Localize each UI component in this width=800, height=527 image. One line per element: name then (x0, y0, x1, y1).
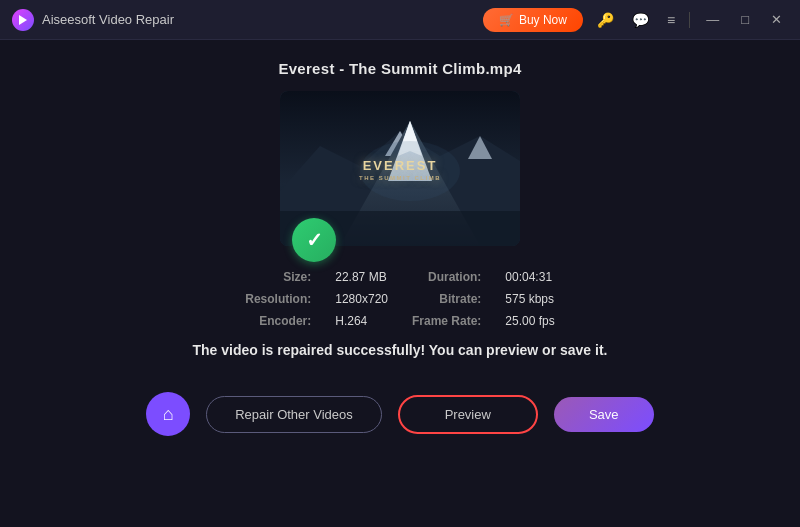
main-content: Everest - The Summit Climb.mp4 (0, 40, 800, 527)
resolution-label: Resolution: (245, 292, 311, 306)
checkmark-icon: ✓ (306, 228, 323, 252)
save-label: Save (589, 407, 619, 422)
title-bar: Aiseesoft Video Repair 🛒 Buy Now 🔑 💬 ≡ —… (0, 0, 800, 40)
app-logo (12, 9, 34, 31)
save-button[interactable]: Save (554, 397, 654, 432)
bitrate-label: Bitrate: (412, 292, 481, 306)
minimize-button[interactable]: — (700, 10, 725, 29)
encoder-label: Encoder: (245, 314, 311, 328)
key-icon[interactable]: 🔑 (593, 10, 618, 30)
chat-icon[interactable]: 💬 (628, 10, 653, 30)
repair-other-label: Repair Other Videos (235, 407, 353, 422)
buy-now-button[interactable]: 🛒 Buy Now (483, 8, 583, 32)
maximize-button[interactable]: □ (735, 10, 755, 29)
encoder-value: H.264 (335, 314, 388, 328)
info-grid: Size: 22.87 MB Duration: 00:04:31 Resolu… (245, 270, 554, 328)
framerate-label: Frame Rate: (412, 314, 481, 328)
cart-icon: 🛒 (499, 13, 514, 27)
separator (689, 12, 690, 28)
size-value: 22.87 MB (335, 270, 388, 284)
repair-other-button[interactable]: Repair Other Videos (206, 396, 382, 433)
success-badge: ✓ (292, 218, 336, 262)
preview-button[interactable]: Preview (398, 395, 538, 434)
size-label: Size: (245, 270, 311, 284)
video-title: Everest - The Summit Climb.mp4 (278, 60, 521, 77)
menu-icon[interactable]: ≡ (663, 10, 679, 30)
duration-label: Duration: (412, 270, 481, 284)
home-icon: ⌂ (163, 404, 174, 425)
bitrate-value: 575 kbps (505, 292, 554, 306)
thumbnail-container: EVEREST THE SUMMIT CLIMB ✓ (280, 91, 520, 246)
home-button[interactable]: ⌂ (146, 392, 190, 436)
framerate-value: 25.00 fps (505, 314, 554, 328)
preview-label: Preview (445, 407, 491, 422)
bottom-bar: ⌂ Repair Other Videos Preview Save (0, 378, 800, 450)
buy-now-label: Buy Now (519, 13, 567, 27)
duration-value: 00:04:31 (505, 270, 554, 284)
title-bar-right: 🛒 Buy Now 🔑 💬 ≡ — □ ✕ (483, 8, 788, 32)
resolution-value: 1280x720 (335, 292, 388, 306)
app-title-text: Aiseesoft Video Repair (42, 12, 174, 27)
svg-point-8 (360, 141, 460, 201)
close-button[interactable]: ✕ (765, 10, 788, 29)
success-message: The video is repaired successfully! You … (193, 342, 608, 358)
title-bar-left: Aiseesoft Video Repair (12, 9, 174, 31)
